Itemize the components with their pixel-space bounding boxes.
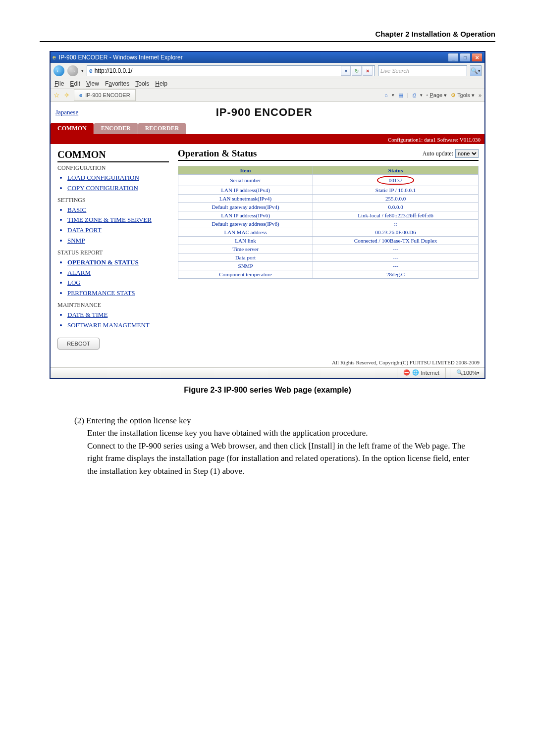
sidebar-item-operation-status[interactable]: OPERATION & STATUS xyxy=(67,257,169,268)
zoom-dropdown-icon[interactable]: ▾ xyxy=(477,370,480,375)
sidebar-item-date-time[interactable]: DATE & TIME xyxy=(67,310,169,320)
figure-caption: Figure 2-3 IP-900 series Web page (examp… xyxy=(40,386,495,395)
zoom-level: 100% xyxy=(463,370,477,376)
zone-label: Internet xyxy=(421,370,439,376)
cell-item: LAN MAC address xyxy=(178,228,313,237)
home-icon[interactable]: ⌂ xyxy=(384,92,388,98)
address-bar[interactable]: e http://10.0.0.1/ ▾ ↻ ✕ xyxy=(87,65,375,76)
sidebar-section-configuration: CONFIGURATION xyxy=(57,164,169,172)
add-favorite-icon[interactable]: ✧ xyxy=(64,91,70,99)
serial-highlight: 00137 xyxy=(377,176,415,185)
table-row: Default gateway address(IPv4)0.0.0.0 xyxy=(178,203,479,211)
tab-common[interactable]: COMMON xyxy=(51,123,94,134)
sidebar: COMMON CONFIGURATION LOAD CONFIGURATION … xyxy=(51,144,174,357)
sidebar-section-settings: SETTINGS xyxy=(57,197,169,204)
page-menu[interactable]: ▫ Page ▾ xyxy=(427,92,447,99)
cell-item: Data port xyxy=(178,253,313,262)
cell-status: 255.0.0.0 xyxy=(313,195,479,203)
sidebar-item-basic[interactable]: BASIC xyxy=(67,205,169,215)
browser-statusbar: ⛔ 🌐 Internet 🔍 100% ▾ xyxy=(51,367,484,378)
feed-icon[interactable]: ▤ xyxy=(398,92,403,99)
refresh-button[interactable]: ↻ xyxy=(352,66,362,76)
cell-item: Default gateway address(IPv4) xyxy=(178,203,313,211)
table-row: LAN MAC address00.23.26.0F.00.D6 xyxy=(178,228,479,237)
menu-favorites[interactable]: Favorites xyxy=(105,80,129,87)
page-icon: e xyxy=(89,67,93,74)
sidebar-item-time-zone[interactable]: TIME ZONE & TIME SERVER xyxy=(67,215,169,225)
tools-menu[interactable]: ⚙ Tools ▾ xyxy=(451,92,475,99)
minimize-button[interactable]: _ xyxy=(448,53,459,62)
cell-item: LAN IP address(IPv4) xyxy=(178,186,313,195)
cell-status: 28deg.C xyxy=(313,270,479,279)
tab-label: IP-900 ENCODER xyxy=(85,92,130,98)
menu-tools[interactable]: Tools xyxy=(135,80,149,87)
cell-item: Time server xyxy=(178,245,313,253)
cell-status: 00.23.26.0F.00.D6 xyxy=(313,228,479,237)
menu-edit[interactable]: Edit xyxy=(70,80,80,87)
language-link[interactable]: Japanese xyxy=(55,108,78,116)
menu-help[interactable]: Help xyxy=(155,80,167,87)
sidebar-item-snmp[interactable]: SNMP xyxy=(67,236,169,246)
cell-item: Default gateway address(IPv6) xyxy=(178,220,313,228)
menu-view[interactable]: View xyxy=(86,80,99,87)
tab-encoder[interactable]: ENCODER xyxy=(94,123,138,134)
reboot-button[interactable]: REBOOT xyxy=(57,338,100,350)
url-text: http://10.0.0.1/ xyxy=(95,67,133,74)
cell-item: LAN subnetmask(IPv4) xyxy=(178,195,313,203)
table-row: SNMP--- xyxy=(178,262,479,270)
sidebar-item-data-port[interactable]: DATA PORT xyxy=(67,225,169,236)
cell-status: --- xyxy=(313,245,479,253)
sidebar-item-alarm[interactable]: ALARM xyxy=(67,268,169,278)
browser-tab[interactable]: e IP-900 ENCODER xyxy=(74,89,136,101)
menu-file[interactable]: File xyxy=(54,80,64,87)
nav-back-button[interactable]: ← xyxy=(54,65,64,76)
auto-update-select[interactable]: none xyxy=(455,149,479,158)
cell-item: LAN link xyxy=(178,237,313,245)
stop-button[interactable]: ✕ xyxy=(363,66,373,76)
print-icon[interactable]: ⎙ xyxy=(413,92,416,98)
paragraph-2: Connect to the IP-900 series using a Web… xyxy=(87,440,471,478)
sidebar-item-log[interactable]: LOG xyxy=(67,278,169,288)
menu-bar: File Edit View Favorites Tools Help xyxy=(51,79,484,88)
cell-status: Connected / 100Base-TX Full Duplex xyxy=(313,237,479,245)
close-button[interactable]: ✕ xyxy=(472,53,482,62)
table-row: LAN IP address(IPv4)Static IP / 10.0.0.1 xyxy=(178,186,479,195)
panel-title: Operation & Status xyxy=(178,148,257,159)
maximize-button[interactable]: □ xyxy=(460,53,471,62)
cell-item: Component temperature xyxy=(178,270,313,279)
cell-status: --- xyxy=(313,253,479,262)
cell-status: Static IP / 10.0.0.1 xyxy=(313,186,479,195)
window-titlebar: e IP-900 ENCODER - Windows Internet Expl… xyxy=(51,52,484,63)
step-heading: (2) Entering the option license key xyxy=(74,414,471,427)
nav-forward-button[interactable]: → xyxy=(67,65,78,76)
zoom-icon: 🔍 xyxy=(456,369,463,376)
blocked-icon: ⛔ xyxy=(403,369,410,376)
sidebar-item-copy-configuration[interactable]: COPY CONFIGURATION xyxy=(67,183,169,194)
search-button[interactable]: 🔍 ▾ xyxy=(470,65,482,76)
cell-status: 0.0.0.0 xyxy=(313,203,479,211)
tab-favicon-icon: e xyxy=(79,92,82,98)
cell-item: Serial number xyxy=(178,175,313,186)
sidebar-item-load-configuration[interactable]: LOAD CONFIGURATION xyxy=(67,173,169,183)
cell-item: LAN IP address(IPv6) xyxy=(178,211,313,220)
chapter-header: Chapter 2 Installation & Operation xyxy=(40,30,495,42)
th-item: Item xyxy=(178,166,313,175)
sidebar-item-software-mgmt[interactable]: SOFTWARE MANAGEMENT xyxy=(67,320,169,331)
th-status: Status xyxy=(313,166,479,175)
nav-history-dropdown[interactable]: ▾ xyxy=(81,68,84,73)
table-row: Component temperature28deg.C xyxy=(178,270,479,279)
address-dropdown-icon[interactable]: ▾ xyxy=(341,66,351,76)
table-row: LAN IP address(IPv6)Link-local / fe80::2… xyxy=(178,211,479,220)
table-row: Time server--- xyxy=(178,245,479,253)
paragraph-1: Enter the installation license key you h… xyxy=(87,427,471,440)
sidebar-heading: COMMON xyxy=(57,149,169,162)
search-input[interactable]: Live Search xyxy=(378,65,467,76)
ie-logo-icon: e xyxy=(53,54,56,61)
sidebar-item-performance[interactable]: PERFORMANCE STATS xyxy=(67,288,169,299)
tab-recorder[interactable]: RECORDER xyxy=(138,123,186,134)
favorites-star-icon[interactable]: ☆ xyxy=(54,91,60,99)
browser-window: e IP-900 ENCODER - Windows Internet Expl… xyxy=(50,51,485,379)
overflow-icon[interactable]: » xyxy=(479,92,482,98)
status-table: Item Status Serial number00137LAN IP add… xyxy=(178,166,479,279)
auto-update-label: Auto update: xyxy=(423,150,453,157)
